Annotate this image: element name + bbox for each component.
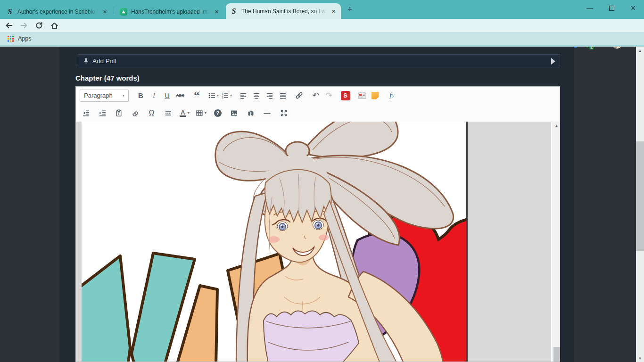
- illustration-svg: [82, 122, 466, 362]
- help-icon: ?: [214, 109, 222, 117]
- minimize-button[interactable]: —: [579, 0, 601, 16]
- insert-image-button[interactable]: [228, 107, 240, 119]
- expand-poll-arrow-icon[interactable]: [551, 58, 555, 65]
- footnote-sup-label: 3: [391, 93, 394, 98]
- outdent-button[interactable]: [80, 107, 91, 119]
- editor-canvas-background: [468, 122, 551, 362]
- tab-human-saint-active[interactable]: S The Human Saint is Bored, so I w ×: [226, 3, 341, 19]
- maximize-icon: [609, 6, 614, 11]
- apps-label[interactable]: Apps: [18, 35, 32, 42]
- chapter-editor: Paragraph ▾ B I U ABC “ ▾ 123 ▾: [75, 86, 560, 362]
- indent-button[interactable]: [96, 107, 108, 119]
- sticky-note-button[interactable]: [369, 90, 381, 102]
- scribblehub-favicon: S: [230, 8, 238, 15]
- image-host-favicon: [120, 8, 127, 16]
- find-replace-button[interactable]: [245, 107, 256, 119]
- align-left-button[interactable]: [237, 90, 249, 102]
- footnote-button[interactable]: f3: [386, 90, 397, 102]
- chevron-down-icon: ▾: [188, 111, 190, 115]
- scribblehub-s-icon: S: [341, 91, 350, 100]
- close-tab-icon[interactable]: ×: [214, 8, 220, 15]
- browser-tab-bar: S Author's experience in Scribble H × Ha…: [0, 0, 644, 19]
- italic-button[interactable]: I: [148, 90, 160, 102]
- reload-icon[interactable]: [34, 20, 44, 31]
- editor-toolbar: Paragraph ▾ B I U ABC “ ▾ 123 ▾: [76, 87, 560, 122]
- link-button[interactable]: [293, 90, 305, 102]
- maximize-button[interactable]: [601, 0, 622, 16]
- horizontal-rule-button[interactable]: —: [261, 107, 273, 119]
- text-color-button[interactable]: A ▾: [179, 107, 190, 119]
- toolbar-row-2: Ω A ▾ ▾ ?: [76, 104, 560, 122]
- close-window-button[interactable]: ×: [622, 0, 644, 16]
- scroll-up-icon[interactable]: ▴: [636, 47, 644, 54]
- text-color-a-label: A: [180, 109, 186, 117]
- align-center-button[interactable]: [250, 90, 262, 102]
- tab-title: The Human Saint is Bored, so I w: [241, 8, 327, 15]
- remove-format-button[interactable]: [129, 107, 141, 119]
- editor-canvas-margin: [76, 122, 82, 362]
- tab-authors-experience[interactable]: S Author's experience in Scribble H ×: [2, 4, 112, 19]
- tab-separator: [114, 7, 114, 14]
- new-tab-button[interactable]: +: [347, 5, 353, 15]
- strikethrough-button[interactable]: ABC: [174, 90, 186, 102]
- editor-scrollbar-thumb[interactable]: [553, 347, 560, 362]
- close-tab-icon[interactable]: ×: [102, 8, 108, 15]
- scribblehub-favicon: S: [6, 8, 14, 16]
- news-button[interactable]: [356, 90, 368, 102]
- tab-uploaded-images[interactable]: HansTrondheim's uploaded imag ×: [116, 4, 224, 19]
- chevron-down-icon: ▾: [230, 93, 232, 98]
- back-icon[interactable]: [4, 20, 14, 31]
- scribblehub-badge-button[interactable]: S: [339, 90, 351, 102]
- add-poll-bar[interactable]: Add Poll: [78, 54, 560, 67]
- browser-toolbar: scribblehub.com/editchapter/161507/ ☆ 2: [0, 19, 644, 32]
- editor-scrollbar[interactable]: ▴: [553, 122, 560, 362]
- scroll-down-icon[interactable]: ▾: [636, 354, 644, 362]
- blockquote-button[interactable]: “: [191, 91, 203, 100]
- bullet-list-button[interactable]: ▾: [207, 90, 219, 102]
- home-icon[interactable]: [49, 20, 59, 31]
- sticky-note-icon: [372, 92, 379, 99]
- underline-button[interactable]: U: [161, 90, 173, 102]
- apps-grid-icon: [8, 36, 14, 42]
- tab-title: HansTrondheim's uploaded imag: [131, 8, 210, 15]
- chapter-heading: Chapter (47 words): [75, 74, 140, 82]
- fullscreen-button[interactable]: [278, 107, 289, 119]
- close-tab-icon[interactable]: ×: [330, 8, 337, 15]
- tab-title: Author's experience in Scribble H: [17, 8, 98, 15]
- forward-icon[interactable]: [19, 20, 29, 31]
- add-poll-label: Add Poll: [92, 58, 116, 65]
- chapter-illustration[interactable]: [82, 122, 468, 362]
- special-character-button[interactable]: Ω: [146, 107, 157, 119]
- blush-right: [319, 235, 329, 241]
- page-scrollbar-thumb[interactable]: [636, 141, 644, 251]
- chevron-down-icon: ▾: [123, 93, 124, 98]
- align-right-button[interactable]: [264, 90, 275, 102]
- undo-button[interactable]: ↶: [310, 90, 322, 102]
- bookmarks-bar: Apps: [0, 32, 644, 45]
- redo-button[interactable]: ↷: [323, 90, 335, 102]
- paste-as-text-button[interactable]: [113, 107, 124, 119]
- frilly-top: [264, 311, 359, 362]
- justify-button[interactable]: [277, 90, 289, 102]
- table-button[interactable]: ▾: [195, 107, 207, 119]
- bold-button[interactable]: B: [135, 90, 147, 102]
- format-select-value: Paragraph: [84, 92, 113, 99]
- format-select[interactable]: Paragraph ▾: [80, 90, 129, 102]
- blush-left: [268, 236, 280, 243]
- numbered-list-button[interactable]: 123 ▾: [221, 90, 232, 102]
- toolbar-row-1: Paragraph ▾ B I U ABC “ ▾ 123 ▾: [76, 87, 560, 104]
- scroll-up-icon[interactable]: ▴: [553, 122, 560, 129]
- chevron-down-icon: ▾: [205, 111, 206, 115]
- help-button[interactable]: ?: [212, 107, 223, 119]
- chevron-down-icon: ▾: [217, 93, 219, 98]
- page-break-button[interactable]: [162, 107, 174, 119]
- pin-icon: [83, 58, 89, 64]
- svg-text:3: 3: [222, 97, 223, 99]
- screen: S Author's experience in Scribble H × Ha…: [0, 0, 644, 362]
- page-scrollbar[interactable]: ▴ ▾: [636, 47, 644, 362]
